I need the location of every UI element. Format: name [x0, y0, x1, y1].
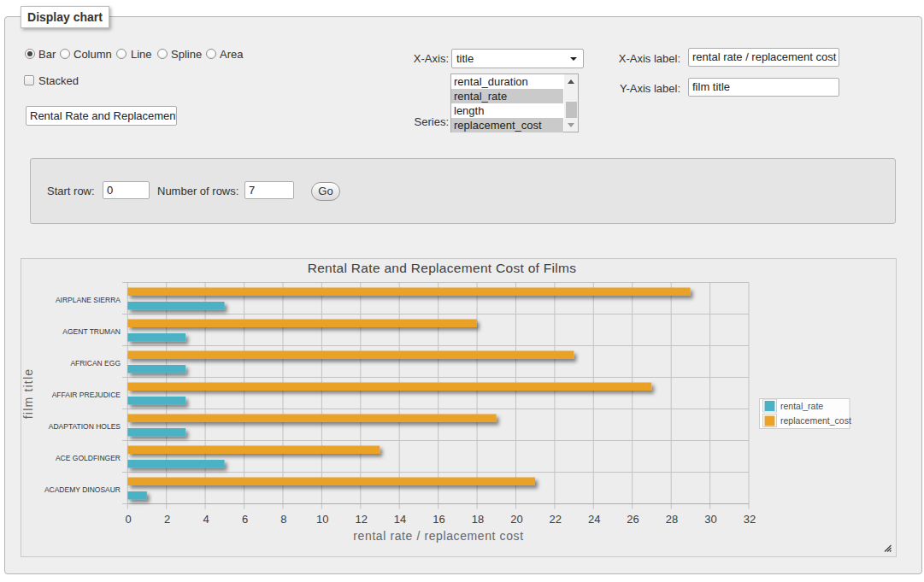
svg-text:26: 26 [627, 513, 639, 526]
svg-text:ACE GOLDFINGER: ACE GOLDFINGER [56, 454, 121, 462]
svg-text:6: 6 [242, 513, 248, 526]
svg-text:0: 0 [126, 513, 132, 526]
svg-text:24: 24 [588, 513, 600, 526]
svg-text:film title: film title [21, 368, 35, 419]
svg-text:20: 20 [510, 513, 522, 526]
svg-text:22: 22 [550, 513, 562, 526]
svg-text:ADAPTATION HOLES: ADAPTATION HOLES [49, 422, 121, 431]
svg-text:8: 8 [280, 513, 286, 526]
svg-text:32: 32 [744, 513, 756, 526]
svg-text:AFFAIR PREJUDICE: AFFAIR PREJUDICE [52, 391, 121, 399]
svg-text:2: 2 [164, 513, 170, 526]
svg-text:AGENT TRUMAN: AGENT TRUMAN [62, 327, 121, 336]
svg-text:AIRPLANE SIERRA: AIRPLANE SIERRA [56, 296, 121, 304]
svg-text:4: 4 [203, 513, 209, 526]
svg-text:30: 30 [704, 513, 716, 526]
svg-text:16: 16 [433, 513, 444, 526]
svg-text:rental_rate: rental_rate [780, 401, 823, 411]
svg-text:AFRICAN EGG: AFRICAN EGG [70, 359, 121, 367]
svg-text:rental rate / replacement cost: rental rate / replacement cost [353, 529, 523, 543]
svg-text:14: 14 [394, 513, 406, 526]
svg-text:ACADEMY DINOSAUR: ACADEMY DINOSAUR [44, 485, 121, 494]
svg-text:28: 28 [666, 513, 678, 526]
svg-text:replacement_cost: replacement_cost [780, 415, 851, 426]
svg-text:10: 10 [316, 513, 328, 526]
svg-text:Rental Rate and Replacement Co: Rental Rate and Replacement Cost of Film… [308, 261, 577, 275]
svg-text:12: 12 [355, 513, 367, 526]
svg-text:18: 18 [472, 513, 484, 526]
